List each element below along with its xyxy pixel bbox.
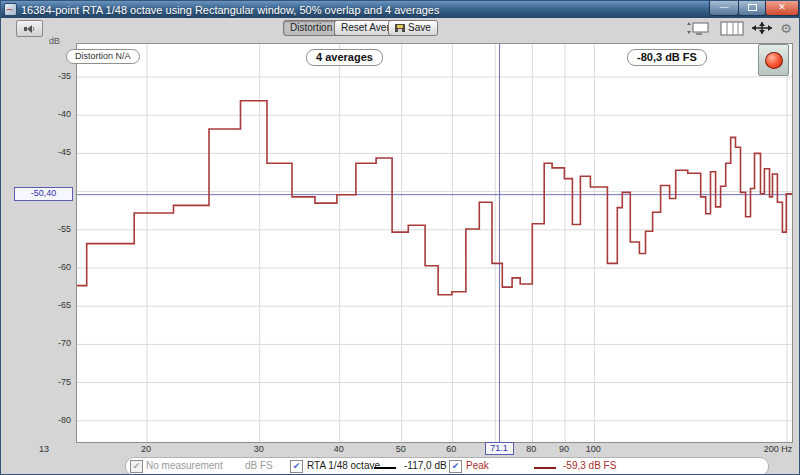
- x-tick-label: 40: [334, 444, 344, 454]
- legend-bar: ✔ No measurement dB FS ✔ RTA 1/48 octave…: [125, 457, 769, 475]
- rta-line-sample: [374, 467, 396, 469]
- distortion-button[interactable]: Distortion: [283, 20, 339, 36]
- x-tick-label: 80: [526, 444, 536, 454]
- speaker-icon: [23, 24, 36, 34]
- legend-peak: Peak: [466, 460, 489, 471]
- record-icon: [765, 52, 783, 69]
- title-bar: 16384-point RTA 1/48 octave using Rectan…: [1, 1, 799, 18]
- y-axis-unit-label: dB: [49, 36, 60, 46]
- y-tick-label: -65: [1, 300, 71, 310]
- averages-box: 4 averages: [306, 49, 383, 66]
- y-tick-label: -80: [1, 415, 71, 425]
- graph-limits-icon[interactable]: [685, 21, 711, 36]
- headroom-box: -80,3 dB FS: [627, 49, 707, 66]
- rta-chart: [77, 44, 792, 442]
- legend-peak-value: -59,3 dB FS: [563, 460, 616, 471]
- frequency-columns-icon[interactable]: [719, 21, 745, 36]
- window-title: 16384-point RTA 1/48 octave using Rectan…: [21, 4, 439, 16]
- gear-icon[interactable]: ⚙: [777, 21, 795, 36]
- checkbox-no-measurement[interactable]: ✔: [130, 460, 143, 473]
- save-icon: [395, 23, 405, 33]
- x-tick-label: 13: [39, 444, 49, 454]
- x-tick-label: 90: [559, 444, 569, 454]
- y-tick-label: -40: [1, 109, 71, 119]
- cursor-frequency-readout[interactable]: 71.1: [485, 442, 514, 455]
- save-button[interactable]: Save: [388, 20, 438, 36]
- y-tick-label: -45: [1, 147, 71, 157]
- plot-area: [76, 43, 793, 443]
- legend-no-measurement: No measurement: [146, 460, 223, 471]
- maximize-button[interactable]: [738, 1, 766, 16]
- y-tick-label: -70: [1, 338, 71, 348]
- record-button[interactable]: [758, 44, 789, 76]
- rta-window: 16384-point RTA 1/48 octave using Rectan…: [0, 0, 800, 475]
- close-button[interactable]: ✕: [765, 1, 799, 16]
- peak-line-sample: [534, 467, 556, 469]
- peak-trace: [77, 101, 792, 295]
- x-tick-label: 60: [446, 444, 456, 454]
- save-label: Save: [408, 21, 431, 35]
- y-tick-label: -75: [1, 377, 71, 387]
- checkbox-peak[interactable]: ✔: [449, 460, 462, 473]
- y-tick-label: -55: [1, 224, 71, 234]
- legend-rta: RTA 1/48 octave: [307, 460, 380, 471]
- y-tick-label: -60: [1, 262, 71, 272]
- maximize-icon: [748, 4, 757, 11]
- input-monitor-button[interactable]: [16, 20, 43, 37]
- x-tick-label: 100: [586, 444, 601, 454]
- minimize-button[interactable]: —: [709, 1, 739, 16]
- checkbox-rta[interactable]: ✔: [290, 460, 303, 473]
- x-tick-label: 30: [254, 444, 264, 454]
- cursor-level-readout[interactable]: -50,40: [14, 187, 73, 201]
- y-tick-label: -35: [1, 71, 71, 81]
- x-tick-label: 200 Hz: [764, 444, 793, 454]
- legend-db-fs: dB FS: [245, 460, 273, 471]
- app-icon: [4, 3, 17, 16]
- pan-arrows-icon[interactable]: [749, 21, 775, 36]
- distortion-status-box: Distortion N/A: [66, 49, 140, 64]
- x-tick-label: 50: [396, 444, 406, 454]
- x-tick-label: 20: [141, 444, 151, 454]
